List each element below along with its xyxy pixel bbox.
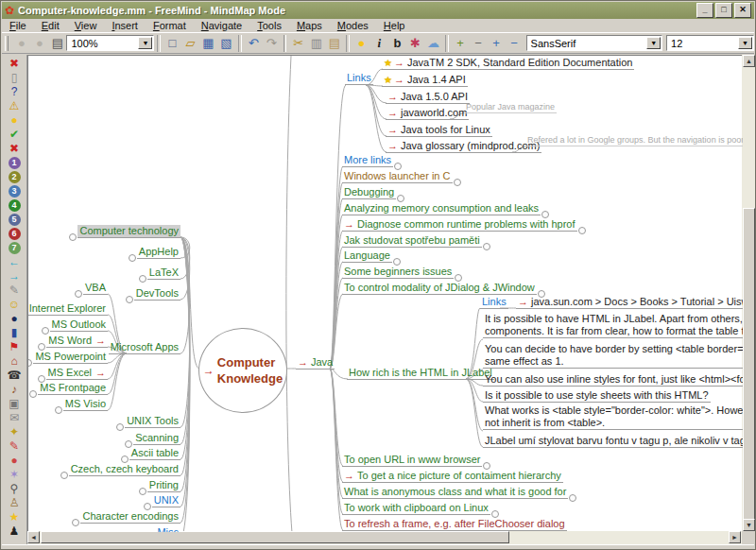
print-icon[interactable]: ▤ (48, 34, 66, 52)
map-node[interactable]: MS Internet Explorer (27, 302, 108, 316)
map-node[interactable]: Some beginners issues (342, 266, 454, 279)
map-node[interactable]: Is it possible to use style sheets with … (483, 389, 711, 403)
forward-arrow-icon[interactable]: → (8, 269, 22, 284)
attach-icon[interactable]: ✎ (8, 284, 22, 298)
vertical-scroll-thumb[interactable] (743, 208, 755, 520)
fold-handle[interactable] (126, 296, 133, 303)
book-icon[interactable]: ▮ (8, 326, 22, 340)
map-node[interactable]: →Java tools for Linux (386, 124, 492, 137)
map-node[interactable]: Microsoft Apps (109, 341, 180, 354)
map-canvas[interactable]: → Computer Knowledge ★→JavaTM 2 SDK, Sta… (27, 55, 743, 532)
map-node[interactable]: MS Visio (63, 398, 108, 411)
map-node[interactable]: →Java (296, 356, 335, 370)
map-node[interactable]: MS Outlook (50, 318, 108, 332)
cancel-icon[interactable]: ✖ (8, 142, 22, 156)
map-node[interactable]: →Java 1.5.0 API (386, 91, 470, 104)
menu-file[interactable]: File (2, 20, 34, 31)
horizontal-scrollbar[interactable]: ◄ ► (27, 531, 742, 544)
fold-handle[interactable] (60, 472, 68, 479)
home-icon[interactable]: ⌂ (8, 354, 22, 369)
bold-icon[interactable]: b (388, 34, 406, 52)
map-node[interactable]: LaTeX (147, 266, 180, 280)
camera-icon[interactable]: ▣ (8, 397, 22, 411)
map-node[interactable]: Windows launcher in C (342, 170, 453, 183)
zoom-in-font-icon[interactable]: + (452, 34, 470, 52)
priority-7-icon[interactable]: 7 (9, 242, 21, 254)
fold-handle[interactable] (541, 211, 549, 218)
save-map-icon[interactable]: ▦ (199, 34, 217, 52)
toolbar-grip[interactable] (5, 36, 9, 51)
fold-handle[interactable] (393, 258, 401, 266)
font-family-combobox[interactable]: SansSerif ▼ (526, 35, 663, 51)
map-node[interactable]: DevTools (134, 287, 180, 301)
fold-handle[interactable] (578, 227, 586, 234)
italic-icon[interactable]: i (370, 34, 388, 52)
fold-handle[interactable] (42, 327, 49, 335)
person-icon[interactable]: ♙ (8, 496, 22, 510)
map-node[interactable]: Computer technology (77, 225, 180, 238)
map-node[interactable]: Jak studovat spotřebu paměti (342, 234, 482, 248)
pencil-icon[interactable]: ✎ (8, 439, 22, 454)
map-node[interactable]: Debugging (342, 186, 396, 199)
priority-6-icon[interactable]: 6 (9, 228, 21, 240)
fold-handle[interactable] (454, 179, 461, 186)
size-dropdown-arrow-icon[interactable]: ▼ (738, 37, 752, 49)
horizontal-scroll-thumb[interactable] (41, 531, 509, 543)
menu-insert[interactable]: Insert (104, 20, 146, 31)
fold-handle[interactable] (75, 290, 82, 298)
map-node[interactable]: VBA (83, 282, 108, 295)
map-node[interactable]: It is possible to have HTML in JLabel. A… (483, 313, 743, 338)
idea-icon[interactable]: ● (352, 34, 370, 52)
redo-icon[interactable]: ↷ (263, 34, 281, 52)
zoom-out-font-icon[interactable]: − (470, 34, 488, 52)
undo-icon[interactable]: ↶ (245, 34, 263, 52)
map-node[interactable]: More links (342, 154, 393, 167)
increase-node-icon[interactable]: + (488, 34, 506, 52)
phone-icon[interactable]: ☎ (8, 369, 22, 383)
map-node[interactable]: ★→JavaTM 2 SDK, Standard Edition Documen… (382, 57, 634, 70)
fold-handle[interactable] (483, 243, 490, 250)
map-node[interactable]: →Java glossary (mindprod.com) (386, 140, 541, 153)
menu-navigate[interactable]: Navigate (194, 20, 249, 31)
map-node[interactable]: You can also use inline styles for font,… (483, 373, 743, 387)
font-dropdown-arrow-icon[interactable]: ▼ (646, 37, 661, 49)
ok-icon[interactable]: ✔ (8, 128, 22, 142)
bomb-icon[interactable]: ● (8, 312, 22, 326)
maximize-button[interactable]: □ (715, 3, 732, 18)
map-node[interactable]: AppHelp (137, 246, 180, 259)
copy-icon[interactable]: ▥ (307, 34, 325, 52)
map-node[interactable]: Language (342, 249, 392, 263)
cut-icon[interactable]: ✂ (289, 34, 307, 52)
map-node[interactable]: Czech, czech keyboard (69, 463, 180, 476)
map-node[interactable]: To open URL in www browser (342, 454, 482, 467)
fold-handle[interactable] (139, 275, 146, 283)
map-node[interactable]: →Diagnose common runtime problems with h… (342, 218, 577, 232)
menu-format[interactable]: Format (146, 20, 194, 31)
map-node[interactable]: Misc (155, 526, 180, 532)
map-node[interactable]: Analyzing memory consumption and leaks (342, 202, 541, 215)
open-map-icon[interactable]: ▱ (181, 34, 199, 52)
wand-icon[interactable]: ✶ (8, 468, 22, 482)
zoom-combobox[interactable]: 100% ▼ (66, 35, 154, 51)
priority-2-icon[interactable]: 2 (9, 171, 21, 183)
magnifier-icon[interactable]: ⚲ (8, 482, 22, 496)
font-size-combobox[interactable]: 12 ▼ (666, 35, 754, 51)
map-node[interactable]: MS Word→ (46, 335, 108, 348)
nav-forward-icon[interactable]: ● (30, 34, 48, 52)
priority-5-icon[interactable]: 5 (9, 214, 21, 226)
decrease-node-icon[interactable]: − (506, 34, 524, 52)
map-node[interactable]: You can decide to have border by setting… (483, 343, 743, 369)
map-node[interactable]: Links (480, 296, 508, 309)
priority-1-icon[interactable]: 1 (9, 157, 21, 169)
map-node[interactable]: UNIX (152, 494, 180, 507)
map-node[interactable]: MS Frontpage (38, 382, 108, 395)
fold-handle[interactable] (121, 455, 129, 463)
map-node[interactable]: MS Excel→ (46, 367, 108, 380)
map-node[interactable]: Scanning (133, 432, 180, 445)
minimize-button[interactable]: _ (696, 3, 713, 18)
map-node[interactable]: →java.sun.com > Docs > Books > Tutorial … (516, 296, 743, 309)
key-icon[interactable]: ✦ (8, 425, 22, 439)
menu-tools[interactable]: Tools (249, 20, 289, 31)
map-node[interactable]: Ascii table (129, 447, 180, 460)
fold-handle[interactable] (55, 406, 62, 414)
